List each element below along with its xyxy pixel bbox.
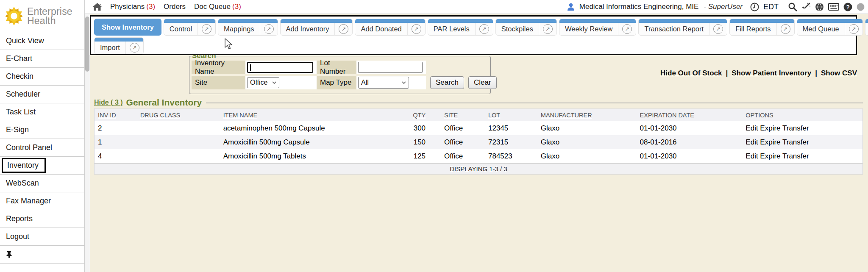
cell-options[interactable]: Edit Expire Transfer xyxy=(732,124,862,133)
sidebar-item-quick-view[interactable]: Quick View xyxy=(0,32,84,50)
table-footer: DISPLAYING 1-3 / 3 xyxy=(95,163,862,175)
link-show-patient-inventory[interactable]: Show Patient Inventory xyxy=(732,69,811,78)
column-header-item-name[interactable]: ITEM NAME xyxy=(220,112,398,119)
topnav-orders[interactable]: Orders xyxy=(164,3,186,11)
tab-blank-labels[interactable]: Blank Labels↗ xyxy=(865,19,868,36)
column-header-qty[interactable]: QTY xyxy=(398,112,431,119)
tab-par-levels[interactable]: PAR Levels↗ xyxy=(428,19,493,36)
sidebar-item-e-chart[interactable]: E-Chart xyxy=(0,50,84,68)
cell-item-name: Amoxicillin 500mg Capsule xyxy=(220,138,398,147)
tab-body: Transaction Report↗ xyxy=(639,23,727,35)
external-link-icon[interactable]: ↗ xyxy=(339,24,348,34)
wand-icon[interactable] xyxy=(801,2,811,11)
external-link-icon[interactable]: ↗ xyxy=(713,24,723,34)
cell-site: Office xyxy=(431,138,475,147)
clear-button[interactable]: Clear xyxy=(468,76,497,89)
home-icon[interactable] xyxy=(93,3,102,11)
column-header-options: OPTIONS xyxy=(732,112,862,119)
help-icon[interactable]: ? xyxy=(843,3,852,11)
pin-sidebar-button[interactable] xyxy=(0,246,84,264)
tab-body: Stockpiles↗ xyxy=(496,23,556,35)
topnav-doc-queue[interactable]: Doc Queue(3) xyxy=(194,3,241,11)
external-link-icon[interactable]: ↗ xyxy=(130,43,139,53)
tab-external-area: ↗ xyxy=(845,24,862,34)
sidebar-item-webscan[interactable]: WebScan xyxy=(0,175,84,192)
column-header-site[interactable]: SITE xyxy=(431,112,475,119)
sidebar-item-control-panel[interactable]: Control Panel xyxy=(0,139,84,157)
tab-med-queue[interactable]: Med Queue↗ xyxy=(797,19,863,36)
cell-inv-id: 4 xyxy=(95,152,137,161)
cell-qty: 150 xyxy=(398,138,431,147)
external-link-icon[interactable]: ↗ xyxy=(781,24,790,34)
tab-external-area: ↗ xyxy=(539,24,556,34)
sidebar-item-reports[interactable]: Reports xyxy=(0,210,84,228)
sidebar-item-label: Logout xyxy=(6,228,29,245)
sidebar-item-e-sign[interactable]: E-Sign xyxy=(0,121,84,139)
clock-icon[interactable] xyxy=(750,3,759,11)
map-type-select[interactable]: All xyxy=(358,77,409,89)
sidebar-item-task-list[interactable]: Task List xyxy=(0,103,84,121)
tab-external-area: ↗ xyxy=(335,24,352,34)
external-link-icon[interactable]: ↗ xyxy=(479,24,489,34)
map-type-field-cell: All xyxy=(356,76,426,89)
cell-options[interactable]: Edit Expire Transfer xyxy=(732,138,862,147)
external-link-icon[interactable]: ↗ xyxy=(622,24,632,34)
external-link-icon[interactable]: ↗ xyxy=(202,24,211,34)
tab-external-area: ↗ xyxy=(777,24,794,34)
tab-accent-strip xyxy=(355,19,425,23)
column-header-inv-id[interactable]: INV ID xyxy=(95,112,137,119)
column-header-drug-class[interactable]: DRUG CLASS xyxy=(137,112,220,119)
logo-text: Enterprise Health xyxy=(27,7,72,25)
tab-body: Import↗ xyxy=(95,42,143,54)
sunflower-logo-icon xyxy=(4,6,24,26)
tab-add-inventory[interactable]: Add Inventory↗ xyxy=(280,19,353,36)
tab-control[interactable]: Control↗ xyxy=(164,19,216,36)
tab-weekly-review[interactable]: Weekly Review↗ xyxy=(559,19,636,36)
tab-body: Add Inventory↗ xyxy=(281,23,353,35)
search-button[interactable]: Search xyxy=(430,76,464,89)
cell-options[interactable]: Edit Expire Transfer xyxy=(732,152,862,161)
external-link-icon[interactable]: ↗ xyxy=(543,24,553,34)
external-link-icon[interactable]: ↗ xyxy=(849,24,859,34)
external-link-icon[interactable]: ↗ xyxy=(264,24,274,34)
globe-icon[interactable] xyxy=(815,3,824,11)
sidebar-item-checkin[interactable]: Checkin xyxy=(0,68,84,86)
tab-accent-strip xyxy=(218,19,278,23)
tab-body: Add Donated↗ xyxy=(355,23,425,35)
column-header-lot[interactable]: LOT xyxy=(475,112,527,119)
tab-show-inventory[interactable]: Show Inventory xyxy=(94,19,161,36)
site-select[interactable]: Office xyxy=(247,77,279,88)
avatar-circle[interactable] xyxy=(857,3,865,11)
external-link-icon[interactable]: ↗ xyxy=(412,24,421,34)
tab-mappings[interactable]: Mappings↗ xyxy=(218,19,278,36)
link-hide-out-of-stock[interactable]: Hide Out Of Stock xyxy=(660,69,722,78)
link-separator: | xyxy=(726,69,728,78)
cell-item-name: acetaminophen 500mg Capsule xyxy=(220,124,398,133)
hide-count-link[interactable]: Hide ( 3 ) xyxy=(94,99,123,106)
sidebar-item-logout[interactable]: Logout xyxy=(0,228,84,246)
tab-add-donated[interactable]: Add Donated↗ xyxy=(355,19,425,36)
cell-manufacturer: Glaxo xyxy=(527,152,626,161)
map-type-select-value: All xyxy=(361,79,369,86)
tab-fill-reports[interactable]: Fill Reports↗ xyxy=(729,19,794,36)
tab-transaction-report[interactable]: Transaction Report↗ xyxy=(638,19,727,36)
search-icon[interactable] xyxy=(788,2,797,11)
keyboard-icon[interactable] xyxy=(828,3,839,11)
tab-label: PAR Levels xyxy=(428,25,475,33)
tab-import[interactable]: Import↗ xyxy=(94,37,144,54)
scrollbar-thumb[interactable] xyxy=(85,17,89,72)
tab-label: Import xyxy=(95,44,125,52)
topnav-physicians[interactable]: Physicians(3) xyxy=(110,3,155,11)
cell-qty: 125 xyxy=(398,152,431,161)
sidebar-item-scheduler[interactable]: Scheduler xyxy=(0,86,84,103)
sidebar-item-fax-manager[interactable]: Fax Manager xyxy=(0,192,84,210)
general-inventory-title: General Inventory xyxy=(126,97,202,108)
link-show-csv[interactable]: Show CSV xyxy=(821,69,857,78)
tab-stockpiles[interactable]: Stockpiles↗ xyxy=(495,19,557,36)
sidebar-item-inventory[interactable]: Inventory xyxy=(0,157,84,175)
tab-label: Transaction Report xyxy=(639,25,709,33)
column-header-manufacturer[interactable]: MANUFACTURER xyxy=(527,112,626,119)
tab-label: Add Inventory xyxy=(281,25,335,33)
chevron-down-icon xyxy=(272,81,276,84)
topbar-nav: Physicians(3)OrdersDoc Queue(3) xyxy=(85,3,241,11)
